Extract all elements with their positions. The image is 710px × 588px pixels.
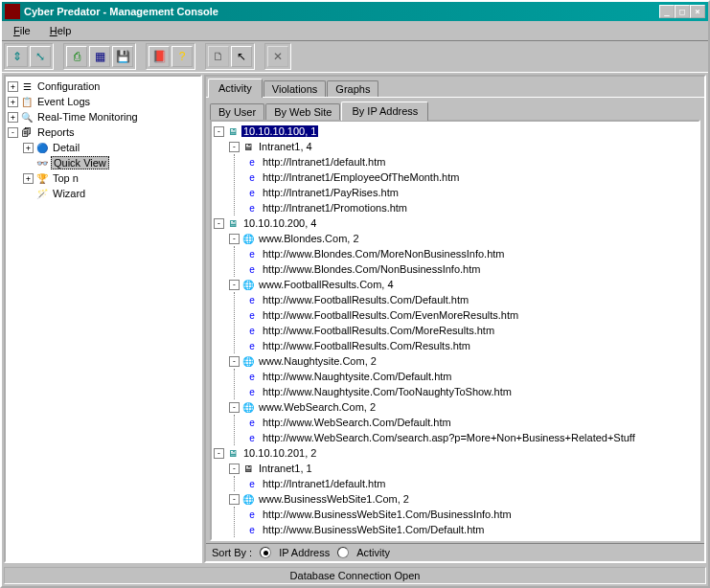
computer-icon: 🖥 (241, 462, 255, 475)
expand-icon[interactable]: - (229, 356, 240, 367)
menu-file[interactable]: File (6, 23, 38, 38)
url-node[interactable]: ehttp://www.WebSearch.Com/search.asp?p=M… (245, 430, 697, 445)
url-node[interactable]: ehttp://www.FootballResults.Com/EvenMore… (245, 307, 697, 323)
sort-opt-ip: IP Address (279, 547, 330, 558)
arrow-diag-icon[interactable]: ⤡ (30, 46, 51, 67)
url-node[interactable]: ehttp://www.Blondes.Com/NonBusinessInfo.… (245, 261, 697, 277)
ie-icon: e (245, 201, 259, 215)
grid-icon[interactable]: ▦ (89, 46, 110, 67)
minimize-button[interactable]: _ (659, 5, 675, 18)
ie-icon: e (245, 523, 259, 536)
close-button[interactable]: × (690, 5, 705, 18)
export-icon[interactable]: ⎙ (66, 46, 87, 67)
site-label: Intranet1, 4 (257, 141, 314, 152)
nav-detail[interactable]: +🔵Detail (23, 140, 198, 155)
sort-radio-ip[interactable] (260, 547, 271, 558)
site-node[interactable]: -🖥Intranet1, 4 (229, 139, 697, 154)
nav-wizard[interactable]: 🪄Wizard (23, 186, 198, 201)
menubar: File Help (2, 21, 708, 40)
url-label: http://www.FootballResults.Com/EvenMoreR… (261, 309, 520, 321)
site-label: www.WebSearch.Com, 2 (257, 401, 378, 413)
subtab-byuser[interactable]: By User (210, 103, 264, 120)
url-label: http://www.BusinessWebSite1.Com/Default.… (261, 524, 487, 535)
url-node[interactable]: ehttp://www.Blondes.Com/MoreNonBusinessI… (245, 246, 697, 261)
expand-icon[interactable]: - (229, 234, 240, 244)
expand-icon[interactable]: - (229, 464, 240, 474)
url-node[interactable]: ehttp://www.FootballResults.Com/Default.… (245, 292, 697, 307)
site-node[interactable]: -🌐www.FootballResults.Com, 4 (229, 277, 697, 292)
ie-icon: e (245, 477, 259, 490)
url-node[interactable]: ehttp://www.WebSearch.Com/Default.htm (245, 415, 697, 430)
url-node[interactable]: ehttp://www.FootballResults.Com/Results.… (245, 338, 697, 353)
site-label: www.Blondes.Com, 2 (257, 233, 361, 244)
ip-node[interactable]: -🖥10.10.10.100, 1 (214, 124, 697, 139)
expand-icon[interactable]: - (214, 218, 224, 229)
maximize-button[interactable]: □ (675, 5, 690, 18)
globe-icon: 🌐 (241, 400, 255, 414)
globe-icon: 🌐 (241, 354, 255, 368)
url-label: http://www.WebSearch.Com/Default.htm (261, 417, 453, 428)
subtab-byip[interactable]: By IP Address (341, 102, 428, 121)
ie-icon: e (245, 508, 259, 521)
nav-quickview[interactable]: 👓Quick View (23, 155, 198, 170)
book-icon[interactable]: 📕 (149, 46, 170, 67)
site-node[interactable]: -🌐www.BusinessWebSite1.Com, 2 (229, 491, 697, 507)
url-label: http://www.FootballResults.Com/Default.h… (261, 294, 470, 305)
new-doc-icon[interactable]: 🗋 (208, 46, 229, 67)
save-icon[interactable]: 💾 (112, 46, 133, 67)
site-node[interactable]: -🌐www.Naughtysite.Com, 2 (229, 353, 697, 369)
site-label: www.BusinessWebSite1.Com, 2 (257, 493, 411, 505)
menu-help[interactable]: Help (42, 23, 80, 38)
content-panel: Activity Violations Graphs By User By We… (204, 75, 706, 563)
nav-reports[interactable]: -🗐Reports (8, 124, 198, 140)
ie-icon: e (245, 155, 259, 169)
expand-icon[interactable]: - (229, 494, 240, 505)
site-node[interactable]: -🖥Intranet1, 1 (229, 461, 697, 476)
url-node[interactable]: ehttp://Intranet1/PayRises.htm (245, 185, 697, 200)
url-label: http://www.WebSearch.Com/search.asp?p=Mo… (261, 432, 637, 443)
expand-icon[interactable]: - (229, 402, 240, 413)
ie-icon: e (245, 324, 259, 337)
url-label: http://Intranet1/default.htm (261, 156, 387, 168)
url-node[interactable]: ehttp://www.BusinessWebSite1.Com/Busines… (245, 507, 697, 522)
sort-bar: Sort By : IP Address Activity (206, 543, 704, 561)
site-node[interactable]: -🌐www.WebSearch.Com, 2 (229, 399, 697, 415)
site-node[interactable]: -🌐www.Blondes.Com, 2 (229, 231, 697, 246)
expand-icon[interactable]: - (214, 448, 224, 459)
nav-eventlogs[interactable]: +📋Event Logs (8, 94, 198, 109)
ip-node[interactable]: -🖥10.10.10.201, 2 (214, 445, 697, 461)
tab-activity[interactable]: Activity (208, 79, 263, 98)
url-node[interactable]: ehttp://www.Naughtysite.Com/Default.htm (245, 369, 697, 384)
expand-icon[interactable]: - (229, 280, 240, 290)
url-node[interactable]: ehttp://Intranet1/default.htm (245, 476, 697, 491)
expand-icon[interactable]: - (229, 142, 240, 152)
nav-monitoring[interactable]: +🔍Real-Time Monitoring (8, 109, 198, 124)
ie-icon: e (245, 431, 259, 444)
cursor-icon[interactable]: ↖ (231, 46, 252, 67)
tab-graphs[interactable]: Graphs (327, 80, 378, 97)
ie-icon: e (245, 170, 259, 184)
ie-icon: e (245, 308, 259, 322)
delete-icon[interactable]: ✕ (267, 46, 288, 67)
nav-tree: +☰Configuration +📋Event Logs +🔍Real-Time… (4, 75, 202, 563)
main-tabs: Activity Violations Graphs (206, 77, 704, 97)
url-node[interactable]: ehttp://Intranet1/Promotions.htm (245, 200, 697, 215)
nav-topn[interactable]: +🏆Top n (23, 170, 198, 186)
url-node[interactable]: ehttp://Intranet1/default.htm (245, 154, 697, 170)
url-node[interactable]: ehttp://Intranet1/EmployeeOfTheMonth.htm (245, 170, 697, 185)
status-bar: Database Connection Open (4, 567, 706, 584)
nav-configuration[interactable]: +☰Configuration (8, 79, 198, 94)
ip-node[interactable]: -🖥10.10.10.200, 4 (214, 215, 697, 231)
sort-label: Sort By : (212, 547, 252, 558)
arrow-up-down-icon[interactable]: ⇕ (7, 46, 28, 67)
url-node[interactable]: ehttp://www.BusinessWebSite1.Com/Default… (245, 522, 697, 537)
sort-radio-activity[interactable] (337, 547, 349, 558)
url-node[interactable]: ehttp://www.FootballResults.Com/MoreResu… (245, 323, 697, 338)
subtab-bywebsite[interactable]: By Web Site (265, 103, 340, 120)
url-node[interactable]: ehttp://www.Naughtysite.Com/TooNaughtyTo… (245, 384, 697, 399)
help-icon[interactable]: ? (172, 46, 193, 67)
url-label: http://www.FootballResults.Com/MoreResul… (261, 325, 496, 336)
ie-icon: e (245, 416, 259, 429)
tab-violations[interactable]: Violations (263, 80, 327, 97)
expand-icon[interactable]: - (214, 126, 224, 137)
